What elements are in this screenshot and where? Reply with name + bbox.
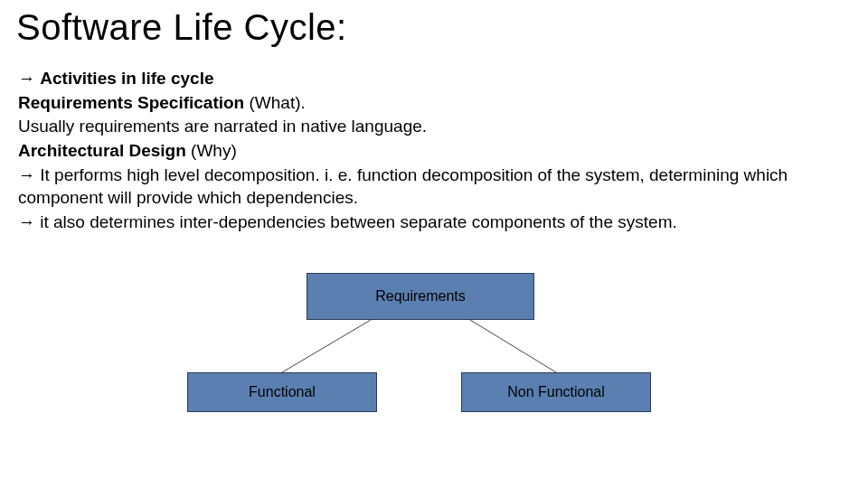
diagram-node-requirements: Requirements [307,273,534,320]
body-line-4-bold: Architectural Design [18,141,186,160]
slide: Software Life Cycle: → Activities in lif… [0,0,868,488]
body-line-1: → Activities in life cycle [18,67,850,90]
arrow-prefix: → [18,69,40,88]
body-line-5: → It performs high level decomposition. … [18,164,850,210]
body-text: → Activities in life cycle Requirements … [18,67,850,234]
svg-line-1 [470,320,556,372]
svg-line-0 [282,320,371,372]
diagram-node-non-functional: Non Functional [461,372,651,412]
body-line-4-rest: (Why) [186,141,237,160]
body-line-6: → it also determines inter-dependencies … [18,211,850,234]
body-line-4: Architectural Design (Why) [18,139,850,163]
requirements-diagram: Requirements Functional Non Functional [0,273,868,454]
body-line-2-bold: Requirements Specification [18,93,244,112]
body-line-3: Usually requirements are narrated in nat… [18,115,850,138]
diagram-node-functional: Functional [187,372,377,412]
body-line-2: Requirements Specification (What). [18,91,850,115]
slide-title: Software Life Cycle: [16,7,347,48]
body-line-1-bold: Activities in life cycle [40,69,213,88]
body-line-2-rest: (What). [244,93,306,112]
